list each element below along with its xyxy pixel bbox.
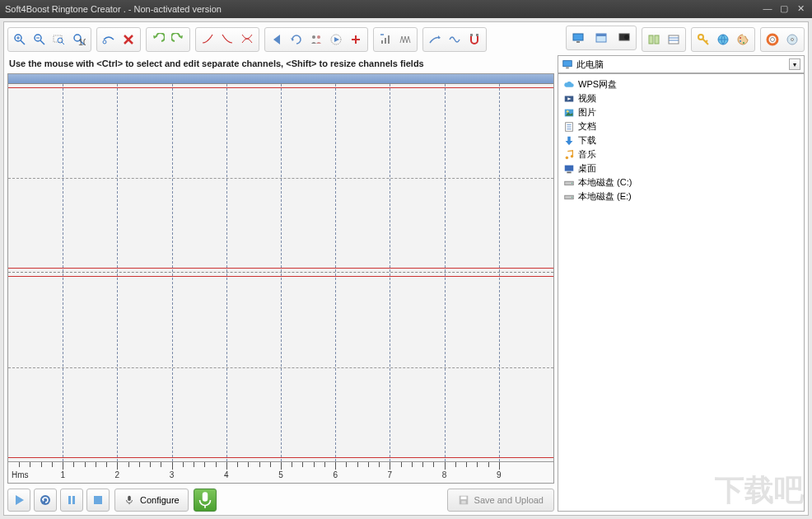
fade-out-button[interactable] [217,30,237,49]
edit-group [96,27,141,52]
maximize-button[interactable]: ▢ [777,3,791,15]
svg-marker-30 [438,35,441,39]
svg-rect-33 [573,34,583,40]
delete-button[interactable] [119,30,138,49]
tree-item-label: 本地磁盘 (E:) [578,190,632,203]
svg-marker-23 [334,37,339,42]
minimize-button[interactable]: — [761,3,774,15]
svg-rect-40 [655,35,659,44]
key-icon[interactable] [693,30,713,49]
undo-button[interactable] [148,30,168,49]
gridline [335,84,336,461]
zoom-100-button[interactable]: 10x [69,30,89,49]
tree-item[interactable]: 文档 [560,119,802,133]
lifesaver-icon[interactable] [763,30,782,49]
save-upload-button[interactable]: Save and Upload [447,489,554,512]
svg-rect-58 [68,496,71,504]
svg-rect-39 [649,35,653,44]
save-upload-label: Save and Upload [474,495,544,505]
preview-play-button[interactable] [326,30,346,49]
svg-point-82 [571,155,574,158]
tree-item[interactable]: 本地磁盘 (E:) [560,189,802,203]
svg-rect-69 [566,68,569,69]
rewind-button[interactable] [267,30,287,49]
drive-icon [563,177,575,189]
layout-group [642,27,686,52]
help-group [760,27,805,52]
svg-rect-31 [470,34,473,36]
gridline [445,84,446,461]
svg-point-49 [740,40,741,42]
zoom-in-button[interactable] [10,30,30,49]
microphone-icon [124,494,135,506]
export-button[interactable] [425,30,445,49]
title-bar: Soft4Boost Ringtone Creator . - Non-acti… [0,0,812,18]
location-combo[interactable]: 此电脑 ▾ [558,55,805,73]
music-icon [563,149,575,161]
dark-monitor-icon[interactable] [614,28,634,48]
globe-icon[interactable] [713,30,733,49]
video-icon [563,93,575,105]
tree-item[interactable]: 音乐 [560,147,802,161]
svg-rect-84 [567,171,571,173]
add-marker-button[interactable] [346,30,366,49]
tree-item[interactable]: 本地磁盘 (C:) [560,175,802,189]
svg-point-20 [312,35,315,39]
drive-icon [563,191,575,203]
fade-in-button[interactable] [198,30,217,49]
svg-line-5 [40,40,44,44]
magnet-button[interactable] [464,30,484,49]
configure-button[interactable]: Configure [114,489,189,512]
svg-rect-27 [385,38,386,44]
tools-group [422,27,487,52]
tick-label: 4 [224,470,229,479]
svg-rect-26 [381,40,383,44]
svg-point-21 [317,35,320,39]
zoom-group: 10x [7,27,91,52]
tick-label: 7 [388,470,393,479]
palette-icon[interactable] [733,30,753,49]
tree-item-label: 视频 [578,92,596,105]
tree-item-label: 桌面 [578,162,596,175]
chevron-updown-icon[interactable]: ▾ [789,58,800,70]
repeat-button[interactable] [287,30,306,49]
zoom-selection-button[interactable] [49,30,69,49]
record-button[interactable] [194,489,217,512]
normalize-button[interactable] [395,30,415,49]
svg-marker-55 [16,495,24,505]
svg-line-46 [706,40,707,42]
disc-icon[interactable] [782,30,802,49]
time-unit-label: Hms [12,470,29,479]
play-button[interactable] [7,489,30,512]
loop-button[interactable] [34,489,57,512]
redo-button[interactable] [168,30,188,49]
window-title: Soft4Boost Ringtone Creator . - Non-acti… [5,4,758,14]
wave-tool-button[interactable] [445,30,464,49]
svg-point-88 [572,196,572,197]
tree-item[interactable]: 图片 [560,105,802,119]
pause-button[interactable] [60,489,83,512]
layout-list-button[interactable] [664,30,684,49]
window-icon[interactable] [591,28,611,48]
monitor-icon[interactable] [568,28,588,48]
crossfade-button[interactable] [237,30,257,49]
cut-lasso-button[interactable] [99,30,119,49]
tree-item[interactable]: 视频 [560,91,802,105]
svg-rect-60 [94,496,102,504]
waveform-header[interactable] [8,74,553,84]
volume-down-button[interactable] [376,30,395,49]
tree-item[interactable]: 桌面 [560,161,802,175]
time-ruler[interactable]: Hms 123456789 [8,461,553,483]
zoom-out-button[interactable] [30,30,49,49]
close-button[interactable]: ✕ [794,3,807,15]
waveform-editor[interactable]: Hms 123456789 [7,73,554,484]
file-tree[interactable]: WPS网盘视频图片文档下载音乐桌面本地磁盘 (C:)本地磁盘 (E:) [558,73,805,512]
tree-item[interactable]: WPS网盘 [560,77,802,91]
svg-rect-41 [669,35,679,44]
svg-rect-28 [388,35,390,44]
location-combo-label: 此电脑 [576,58,604,71]
layout-split-button[interactable] [644,30,664,49]
tree-item[interactable]: 下载 [560,133,802,147]
people-button[interactable] [306,30,326,49]
stop-button[interactable] [86,489,110,512]
